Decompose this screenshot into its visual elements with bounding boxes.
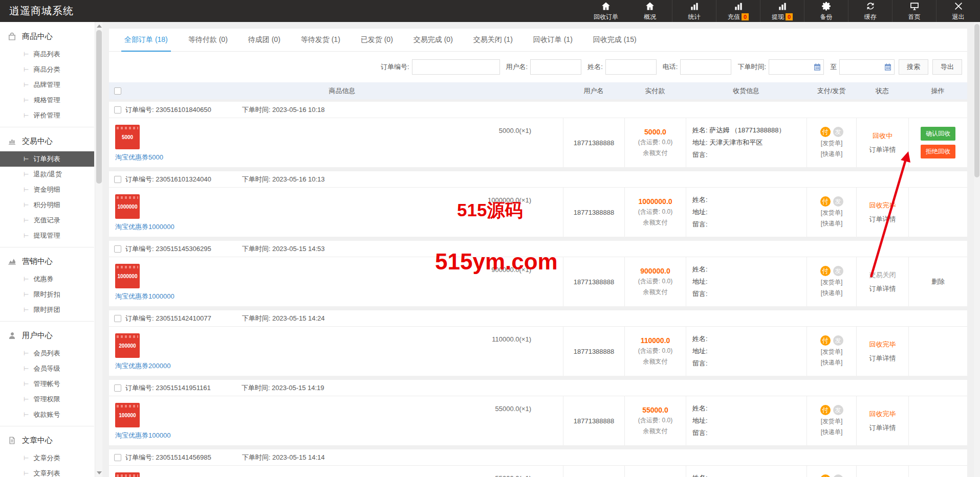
order-detail-link[interactable]: 订单详情: [869, 423, 896, 433]
shipping-slip-link[interactable]: [发货单]: [821, 278, 843, 287]
nav-item-overview[interactable]: 概况: [628, 0, 672, 22]
nav-item-withdraw[interactable]: 提现0: [760, 0, 804, 22]
receiver-cell: 姓名:地址:留言:: [686, 257, 807, 306]
order-detail-link[interactable]: 订单详情: [869, 284, 896, 293]
sidebar-item-withdraw-management[interactable]: ⊢提现管理: [0, 228, 94, 243]
nav-item-logout[interactable]: 退出: [936, 0, 980, 22]
row-checkbox[interactable]: [114, 245, 121, 253]
sidebar-item-coupon[interactable]: ⊢优惠券: [0, 271, 94, 287]
order-detail-link[interactable]: 订单详情: [869, 215, 896, 224]
sidebar-section-article-center[interactable]: 文章中心: [0, 430, 94, 450]
express-slip-link[interactable]: [快递单]: [821, 150, 843, 158]
paid-badge: 付: [820, 127, 831, 137]
sidebar-section-title: 文章中心: [22, 436, 53, 445]
page-scrollbar[interactable]: [974, 22, 980, 477]
tab-recycle-complete[interactable]: 回收完成 (15): [583, 29, 647, 51]
nav-item-recharge[interactable]: 充值0: [716, 0, 760, 22]
express-slip-link[interactable]: [快递单]: [821, 358, 843, 367]
sidebar-item-label: 文章分类: [33, 453, 60, 463]
tab-shipped[interactable]: 已发货 (0): [351, 29, 403, 51]
name-input[interactable]: [605, 59, 657, 75]
nav-item-recycle-orders[interactable]: 回收订单: [584, 0, 628, 22]
shipping-slip-link[interactable]: [发货单]: [821, 139, 843, 148]
sidebar-section-trade-center[interactable]: 交易中心: [0, 131, 94, 151]
sidebar-item-article-list[interactable]: ⊢文章列表: [0, 466, 94, 477]
sidebar-item-review-management[interactable]: ⊢评价管理: [0, 108, 94, 123]
sidebar-item-article-category[interactable]: ⊢文章分类: [0, 450, 94, 466]
shipping-slip-link[interactable]: [发货单]: [821, 417, 843, 426]
nav-item-statistics[interactable]: 统计: [672, 0, 716, 22]
tab-pending-payment[interactable]: 等待付款 (0): [178, 29, 238, 51]
row-checkbox[interactable]: [114, 176, 121, 183]
action-cell: [908, 327, 967, 376]
tab-recycle-order[interactable]: 回收订单 (1): [523, 29, 583, 51]
sidebar-item-member-list[interactable]: ⊢会员列表: [0, 346, 94, 361]
sidebar-item-product-category[interactable]: ⊢商品分类: [0, 62, 94, 77]
sidebar-item-flash-discount[interactable]: ⊢限时折扣: [0, 287, 94, 302]
trade-chart-icon: [8, 137, 16, 146]
row-checkbox[interactable]: [114, 384, 121, 392]
order-no-input[interactable]: [412, 59, 500, 75]
nav-item-homepage[interactable]: 首页: [892, 0, 936, 22]
search-button[interactable]: 搜索: [899, 59, 928, 75]
tab-all-orders[interactable]: 全部订单 (18): [114, 29, 178, 51]
phone-input[interactable]: [680, 59, 731, 75]
tab-trade-complete[interactable]: 交易完成 (0): [403, 29, 463, 51]
sidebar-item-points-detail[interactable]: ⊢积分明细: [0, 197, 94, 213]
product-name-link[interactable]: 淘宝优惠券1000000: [115, 292, 175, 301]
sidebar-section-product-center[interactable]: 商品中心: [0, 26, 94, 47]
product-name-link[interactable]: 淘宝优惠券1000000: [115, 222, 175, 232]
tab-pending-group[interactable]: 待成团 (0): [238, 29, 291, 51]
row-checkbox[interactable]: [114, 315, 121, 322]
product-name-link[interactable]: 淘宝优惠券100000: [115, 431, 170, 440]
order-detail-link[interactable]: 订单详情: [869, 145, 896, 154]
delete-button[interactable]: 删除: [926, 275, 950, 289]
sidebar-item-group-buy[interactable]: ⊢限时拼团: [0, 302, 94, 317]
sidebar-item-label: 管理帐号: [33, 379, 60, 389]
express-slip-link[interactable]: [快递单]: [821, 289, 843, 298]
sidebar-scrollbar-thumb[interactable]: [96, 30, 102, 184]
row-checkbox[interactable]: [114, 454, 121, 461]
nav-item-backup[interactable]: 备份: [804, 0, 848, 22]
username-input[interactable]: [530, 59, 581, 75]
shipping-slip-link[interactable]: [发货单]: [821, 209, 843, 217]
page-scrollbar-thumb[interactable]: [974, 24, 979, 177]
tab-pending-shipment[interactable]: 等待发货 (1): [291, 29, 351, 51]
sidebar-item-admin-permission[interactable]: ⊢管理权限: [0, 392, 94, 407]
scroll-down-icon[interactable]: [97, 471, 102, 474]
sidebar-item-recharge-record[interactable]: ⊢充值记录: [0, 213, 94, 228]
sidebar-scrollbar[interactable]: [95, 22, 102, 477]
date-from-input[interactable]: [769, 59, 824, 75]
sidebar-item-fund-detail[interactable]: ⊢资金明细: [0, 182, 94, 197]
sidebar-item-brand-management[interactable]: ⊢品牌管理: [0, 77, 94, 93]
date-to-input[interactable]: [839, 59, 895, 75]
sidebar-item-payment-account[interactable]: ⊢收款账号: [0, 407, 94, 422]
product-name-link[interactable]: 淘宝优惠券5000: [115, 153, 163, 162]
confirm-recycle-button[interactable]: 确认回收: [921, 127, 955, 141]
sidebar-item-label: 评价管理: [33, 111, 60, 120]
shipping-slip-link[interactable]: [发货单]: [821, 348, 843, 356]
express-slip-link[interactable]: [快递单]: [821, 219, 843, 228]
sidebar-item-order-list[interactable]: ⊢订单列表: [0, 151, 94, 167]
paid-amount: 55000.0: [642, 406, 668, 414]
sidebar-item-member-level[interactable]: ⊢会员等级: [0, 361, 94, 376]
tab-trade-closed[interactable]: 交易关闭 (1): [463, 29, 523, 51]
scroll-up-icon[interactable]: [97, 25, 102, 28]
product-name-link[interactable]: 淘宝优惠券200000: [115, 361, 170, 371]
reject-recycle-button[interactable]: 拒绝回收: [921, 145, 955, 158]
receiver-name: 姓名: 萨达姆 （18771388888）: [692, 126, 785, 135]
nav-item-cache[interactable]: 缓存: [848, 0, 892, 22]
express-slip-link[interactable]: [快递单]: [821, 428, 843, 437]
sidebar-item-product-list[interactable]: ⊢商品列表: [0, 47, 94, 62]
select-all-checkbox[interactable]: [114, 87, 121, 95]
branch-icon: ⊢: [24, 232, 29, 239]
order-detail-link[interactable]: 订单详情: [869, 354, 896, 363]
sidebar-section-user-center[interactable]: 用户中心: [0, 325, 94, 346]
sidebar-section-marketing-center[interactable]: 营销中心: [0, 251, 94, 271]
row-checkbox[interactable]: [114, 106, 121, 113]
export-button[interactable]: 导出: [932, 59, 962, 75]
sidebar-item-spec-management[interactable]: ⊢规格管理: [0, 93, 94, 108]
sidebar-item-refund-return[interactable]: ⊢退款/退货: [0, 167, 94, 182]
product-image: 5000: [115, 125, 140, 149]
sidebar-item-admin-account[interactable]: ⊢管理帐号: [0, 376, 94, 392]
